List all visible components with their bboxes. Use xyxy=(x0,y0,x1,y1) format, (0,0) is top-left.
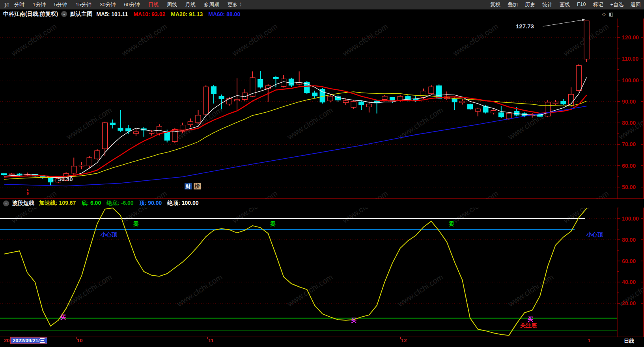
candle-body xyxy=(506,113,511,119)
candle-body xyxy=(188,122,193,125)
candles-group xyxy=(2,21,590,186)
candle-body xyxy=(126,128,131,131)
candle-body xyxy=(382,96,387,99)
chevron-down-icon[interactable]: ⌄ xyxy=(61,11,67,17)
signal-label: 卖 xyxy=(270,221,276,227)
month-tick xyxy=(76,337,77,339)
mini-badge-榜[interactable]: 榜 xyxy=(194,183,201,189)
period-menu-item[interactable]: 分时 xyxy=(14,1,24,8)
period-menu-item[interactable]: 周线 xyxy=(167,1,177,8)
stock-title[interactable]: 中科江南(日线,前复权) xyxy=(3,11,58,18)
tools-menu: 复权叠加历史统计画线F10标记+自选返回 xyxy=(490,1,641,8)
candle-body xyxy=(584,21,589,59)
candle-body xyxy=(133,132,138,133)
tool-menu-item[interactable]: 画线 xyxy=(560,1,570,8)
tool-menu-item[interactable]: 复权 xyxy=(490,1,500,8)
signal-label: 买 xyxy=(528,316,533,322)
candle-body xyxy=(452,99,457,102)
toolbar-top: ❱▯ 分时1分钟5分钟15分钟30分钟60分钟日线周线月线多周期更多 〉 复权叠… xyxy=(0,0,644,9)
candle-body xyxy=(468,104,473,109)
tool-menu-item[interactable]: 返回 xyxy=(631,1,641,8)
period-menu-item[interactable]: 多周期 xyxy=(204,1,219,8)
candle-body xyxy=(366,104,371,107)
price-axis-label: 110.00 xyxy=(622,56,638,62)
candle-body xyxy=(95,151,100,159)
chart-info-bar: 中科江南(日线,前复权) ⌄ 默认主图 MA5: 101.11MA10: 93.… xyxy=(0,9,644,19)
month-tick xyxy=(587,337,587,339)
month-label: 10 xyxy=(77,338,82,343)
ma20-line xyxy=(4,92,587,179)
period-indicator-label[interactable]: 日线 xyxy=(624,338,634,345)
signal-label: 小心顶 xyxy=(586,231,603,238)
tool-menu-item[interactable]: 叠加 xyxy=(508,1,518,8)
indicator-axis-label: 20.00 xyxy=(622,300,636,306)
period-menu-item[interactable]: 1分钟 xyxy=(33,1,46,8)
candle-body xyxy=(429,87,434,93)
candle-body xyxy=(87,158,92,166)
period-menu: 分时1分钟5分钟15分钟30分钟60分钟日线周线月线多周期更多 〉 xyxy=(14,1,245,8)
indicator-name[interactable]: 波段短线 xyxy=(12,200,34,207)
signal-label: 卖 xyxy=(448,221,454,227)
candle-body xyxy=(312,93,317,96)
ma-values: MA5: 101.11MA10: 93.02MA20: 91.13MA60: 8… xyxy=(96,11,246,17)
candle-body xyxy=(561,101,566,104)
candle-body xyxy=(281,79,286,86)
tool-menu-item[interactable]: F10 xyxy=(577,1,586,8)
candle-body xyxy=(265,86,271,89)
candle-body xyxy=(343,101,348,103)
signal-label: 小心顶 xyxy=(100,231,117,238)
price-axis-label: 100.00 xyxy=(622,77,639,84)
indicator-chart[interactable]: 20.0040.0060.0080.00100.00买买买卖卖卖小心顶小心顶关注… xyxy=(0,208,644,337)
candle-body xyxy=(258,79,263,87)
candle-body xyxy=(421,91,426,97)
period-menu-item[interactable]: 15分钟 xyxy=(75,1,91,8)
price-axis-label: 70.00 xyxy=(622,141,636,147)
month-tick xyxy=(207,337,208,339)
indicator-param-label: 绝顶: 100.00 xyxy=(167,200,198,206)
main-candlestick-chart[interactable]: 50.0060.0070.0080.0090.00100.00110.00120… xyxy=(0,19,644,199)
candle-body xyxy=(219,96,224,99)
candle-body xyxy=(71,166,77,173)
period-menu-item[interactable]: 60分钟 xyxy=(124,1,140,8)
main-chart-layout-label[interactable]: 默认主图 xyxy=(70,11,92,18)
mini-badge-财[interactable]: 财 xyxy=(185,183,192,189)
period-menu-item[interactable]: 30分钟 xyxy=(100,1,116,8)
ma-label: MA20: 91.13 xyxy=(171,11,203,17)
period-menu-item[interactable]: 日线 xyxy=(148,1,159,8)
period-menu-item[interactable]: 5分钟 xyxy=(54,1,67,8)
tool-menu-item[interactable]: 历史 xyxy=(525,1,535,8)
candle-body xyxy=(103,123,108,149)
tool-menu-item[interactable]: 统计 xyxy=(542,1,553,8)
month-label: 1 xyxy=(588,338,590,343)
signal-label: 买 xyxy=(351,317,357,323)
candle-body xyxy=(211,87,216,94)
candle-body xyxy=(545,102,551,116)
diamond-icon[interactable]: ◇ xyxy=(602,11,605,17)
price-axis-label: 80.00 xyxy=(622,120,636,126)
candle-body xyxy=(9,174,14,174)
indicator-param-label: 绝底: -6.00 xyxy=(106,200,133,206)
candle-body xyxy=(569,94,574,106)
signal-label: 买 xyxy=(60,314,66,320)
panel-toggle-icon[interactable]: ◧ xyxy=(609,11,613,17)
chevron-down-icon[interactable]: ⌄ xyxy=(3,200,9,206)
candle-body xyxy=(498,113,504,117)
period-menu-item[interactable]: 更多 〉 xyxy=(228,1,245,8)
candle-body xyxy=(359,102,364,105)
tool-menu-item[interactable]: +自选 xyxy=(610,1,623,8)
candle-body xyxy=(235,100,240,101)
month-tick xyxy=(400,337,401,339)
candle-body xyxy=(118,128,123,130)
period-menu-item[interactable]: 月线 xyxy=(185,1,196,8)
accel-line xyxy=(4,208,587,335)
indicator-axis-label: 100.00 xyxy=(622,215,639,222)
candle-body xyxy=(289,79,294,85)
candle-body xyxy=(491,111,496,113)
app-icon[interactable]: ❱▯ xyxy=(0,2,12,7)
cursor-date-label: 2022/09/21/三 xyxy=(10,337,47,344)
tool-menu-item[interactable]: 标记 xyxy=(593,1,603,8)
clipped-year-label: 20 xyxy=(4,338,9,343)
candle-body xyxy=(576,66,581,91)
month-label: 11 xyxy=(208,338,214,343)
candle-body xyxy=(203,87,209,114)
